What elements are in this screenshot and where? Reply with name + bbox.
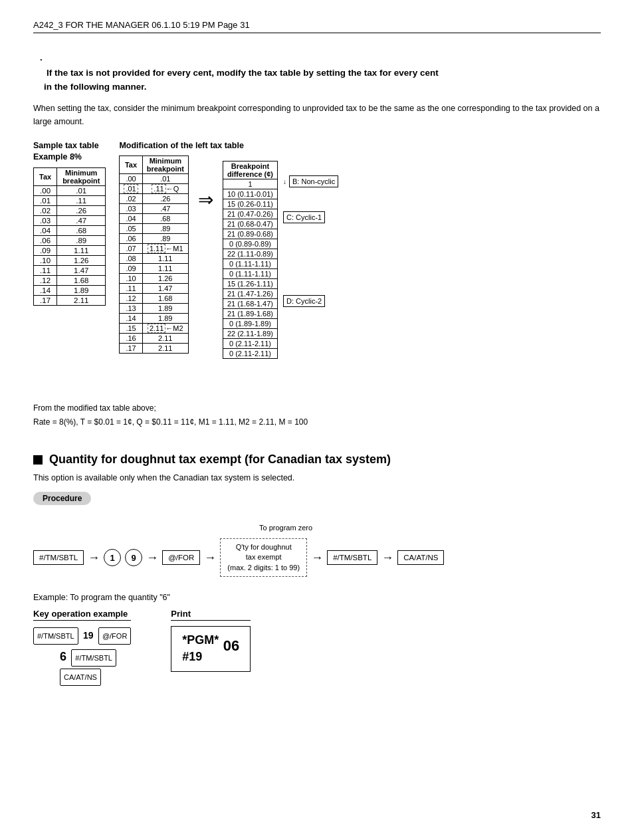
key-sbtl-2: #/TM/SBTL	[71, 649, 116, 667]
mod-table-bp: 1.89	[142, 304, 188, 314]
key-op-row-3: CA/AT/NS	[60, 669, 131, 686]
procedure-button[interactable]: Procedure	[33, 492, 91, 505]
key-op-row-2: 6 #/TM/SBTL	[60, 645, 131, 669]
sample-tax-table-section: Sample tax table Example 8% Tax Minimumb…	[33, 140, 106, 306]
sample-table-cell: .04	[34, 225, 57, 235]
sample-table-cell: 1.68	[57, 275, 106, 285]
sample-tax-table: Tax Minimumbreakpoint .00.01.01.11.02.26…	[33, 167, 106, 306]
flow-dashed-box: Q'ty for doughnut tax exempt (max. 2 dig…	[220, 538, 307, 577]
sample-table-cell: .06	[34, 235, 57, 245]
flow-circle-2: 9	[125, 549, 142, 566]
mod-table-tax: .01	[120, 184, 142, 194]
bp-table-cell: 1	[223, 179, 277, 189]
key-for-1: @/FOR	[98, 627, 131, 645]
arrow-right: ⇒	[198, 156, 213, 211]
sample-table-cell: .00	[34, 185, 57, 195]
sample-table-cell: .09	[34, 245, 57, 255]
mod-table-bp: 1.68	[142, 294, 188, 304]
mod-table-tax: .13	[120, 304, 142, 314]
bp-side-label: C: Cyclic-1	[283, 211, 325, 223]
flow-arrow-4: →	[311, 552, 323, 564]
sample-table-cell: .11	[34, 265, 57, 275]
mod-table-bp: .89	[142, 234, 188, 244]
flow-arrow-3: →	[204, 552, 216, 564]
sample-col-tax: Tax	[34, 167, 57, 185]
print-section: Print *PGM* #19 06	[171, 609, 251, 686]
bp-table-cell: 21 (1.47-1.26)	[223, 289, 277, 299]
mod-table: Tax Minimumbreakpoint .00.01.01.11←Q.02.…	[119, 156, 189, 354]
bullet-intro: · If the tax is not provided for every c…	[40, 53, 601, 80]
mod-table-bp: .26	[142, 194, 188, 204]
mod-table-bp: .68	[142, 214, 188, 224]
sample-table-cell: .47	[57, 215, 106, 225]
sample-table-cell: 1.26	[57, 255, 106, 265]
mod-table-bp: 1.89	[142, 314, 188, 324]
print-box-left: *PGM* #19	[182, 632, 219, 665]
key-sbtl-1: #/TM/SBTL	[33, 627, 78, 645]
key-ca-at-ns: CA/AT/NS	[60, 669, 101, 686]
sample-table-cell: 1.11	[57, 245, 106, 255]
print-box-number: 06	[223, 632, 239, 655]
flow-box-4: CA/AT/NS	[397, 550, 444, 565]
sample-table-cell: 1.47	[57, 265, 106, 275]
bp-table-cell: 0 (1.11-1.11)	[223, 259, 277, 269]
mod-table-tax: .02	[120, 194, 142, 204]
flow-box-3: #/TM/SBTL	[327, 550, 377, 565]
mod-table-wrap: Tax Minimumbreakpoint .00.01.01.11←Q.02.…	[119, 156, 189, 354]
mod-label: Modification of the left tax table	[119, 140, 601, 152]
bp-table-cell: 0 (1.89-1.89)	[223, 319, 277, 329]
key-op-section: Key operation example #/TM/SBTL 19 @/FOR…	[33, 609, 131, 686]
modification-wrap: Tax Minimumbreakpoint .00.01.01.11←Q.02.…	[119, 156, 601, 391]
key-op-header: Key operation example	[33, 609, 131, 621]
sample-table-cell: 1.89	[57, 285, 106, 295]
sample-table-cell: .14	[34, 285, 57, 295]
intro-text: When setting the tax, consider the minim…	[33, 102, 601, 128]
sample-table-cell: .68	[57, 225, 106, 235]
example-label: Example: To program the quantity "6"	[33, 593, 601, 602]
mod-table-tax: .16	[120, 334, 142, 344]
mod-table-bp: .11←Q	[142, 184, 188, 194]
sample-table-cell: .01	[34, 195, 57, 205]
bp-table-cell: 0 (1.11-1.11)	[223, 269, 277, 279]
square-bullet-icon	[33, 455, 43, 465]
bp-outer: Breakpointdifference (¢) 110 (0.11-0.01)…	[223, 161, 336, 391]
flow-row: #/TM/SBTL → 1 9 → @/FOR → Q'ty for dough…	[33, 538, 601, 577]
flow-arrow-5: →	[381, 552, 393, 564]
bp-side-label: ↓B: Non-cyclic	[283, 175, 338, 187]
from-modified: From the modified tax table above; Rate …	[33, 401, 601, 429]
quantity-heading: Quantity for doughnut tax exempt (for Ca…	[33, 453, 601, 467]
bp-table-cell: 15 (0.26-0.11)	[223, 199, 277, 209]
sample-table-cell: .26	[57, 205, 106, 215]
flow-circle-1: 1	[104, 549, 121, 566]
mod-table-tax: .15	[120, 324, 142, 334]
intro-bold-line2: in the following manner.	[44, 80, 601, 94]
sample-table-cell: .02	[34, 205, 57, 215]
to-program-zero-label: To program zero	[259, 524, 312, 532]
bp-side-labels: ↓B: Non-cyclicC: Cyclic-1D: Cyclic-2	[283, 161, 336, 391]
mod-table-tax: .06	[120, 234, 142, 244]
mod-table-tax: .14	[120, 314, 142, 324]
mod-table-bp: .89	[142, 224, 188, 234]
bp-table-cell: 21 (0.68-0.47)	[223, 219, 277, 229]
sample-table-cell: .12	[34, 275, 57, 285]
mod-table-tax: .09	[120, 264, 142, 274]
mod-table-bp: 2.11	[142, 344, 188, 354]
mod-table-tax: .17	[120, 344, 142, 354]
bp-table-cell: 21 (0.47-0.26)	[223, 209, 277, 219]
bp-table-cell: 21 (1.68-1.47)	[223, 299, 277, 309]
mod-table-tax: .03	[120, 204, 142, 214]
page-header: A242_3 FOR THE MANAGER 06.1.10 5:19 PM P…	[33, 20, 601, 33]
mod-table-bp: 1.11	[142, 254, 188, 264]
bp-table-cell: 0 (2.11-2.11)	[223, 349, 277, 359]
sample-table-cell: .17	[34, 295, 57, 305]
mod-table-bp: 2.11←M2	[142, 324, 188, 334]
mod-table-tax: .07	[120, 244, 142, 254]
sample-label: Sample tax table Example 8%	[33, 140, 106, 163]
intro-bold: · If the tax is not provided for every c…	[33, 53, 601, 94]
mod-col-tax: Tax	[120, 156, 142, 174]
mod-table-tax: .04	[120, 214, 142, 224]
mod-table-tax: .08	[120, 254, 142, 264]
mod-table-bp: 1.26	[142, 274, 188, 284]
bp-main-table: Breakpointdifference (¢) 110 (0.11-0.01)…	[223, 161, 278, 359]
flow-box-1: #/TM/SBTL	[33, 550, 84, 565]
